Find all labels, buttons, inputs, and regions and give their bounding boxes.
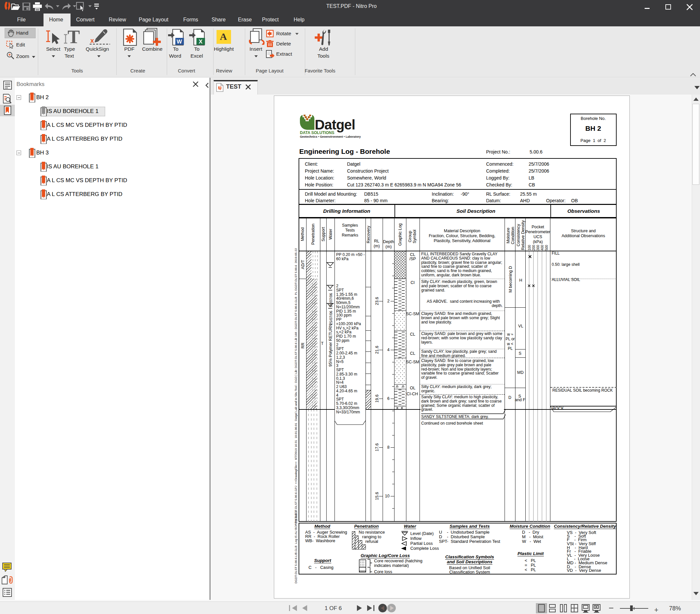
- svg-text:W: W: [177, 39, 182, 45]
- svg-text:x: x: [90, 37, 94, 44]
- svg-text:X: X: [199, 39, 203, 45]
